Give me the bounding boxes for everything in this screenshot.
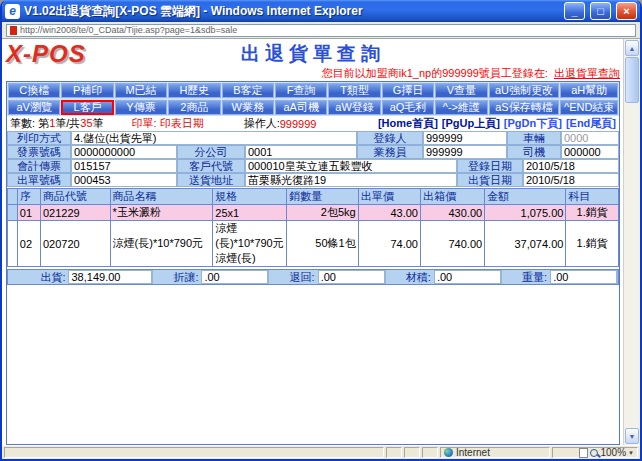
maximize-button[interactable]: □: [590, 2, 611, 20]
row-select-cell[interactable]: [8, 221, 18, 267]
magnifier-icon: [590, 449, 598, 457]
main-panel: C換檔 P補印 M已結 H歷史 B客定 F查詢 T類型 G擇日 V查量 aU強制…: [6, 81, 620, 445]
weight-label: 重量:: [502, 270, 550, 284]
window-title: V1.02出退貨查詢[X-POS 雲端網] - Windows Internet…: [24, 3, 559, 20]
nav-pgup[interactable]: [PgUp上頁]: [442, 116, 500, 131]
button-register[interactable]: aW登錄: [328, 100, 380, 115]
cell-qty: 2包5kg: [287, 205, 358, 221]
cell-name: *玉米澱粉: [110, 205, 213, 221]
button-check-qty[interactable]: V查量: [435, 83, 487, 98]
login-user-field[interactable]: 999999: [423, 131, 507, 145]
browser-window: e V1.02出退貨查詢[X-POS 雲端網] - Windows Intern…: [0, 0, 642, 461]
minimize-button[interactable]: _: [564, 2, 585, 20]
scroll-down-icon[interactable]: ▼: [625, 428, 639, 444]
zoom-control[interactable]: 100% ▼: [552, 447, 638, 458]
row-select-cell[interactable]: [8, 205, 18, 221]
security-zone: Internet: [440, 447, 550, 458]
table-row[interactable]: 02 020720 涼煙(長)*10*790元 涼煙(長)*10*790元涼煙(…: [8, 221, 619, 267]
button-change-file[interactable]: C換檔: [8, 83, 60, 98]
close-button[interactable]: ×: [616, 2, 637, 20]
button-history[interactable]: H歷史: [168, 83, 220, 98]
cell-amount: 37,074.00: [485, 221, 566, 267]
invoice-field[interactable]: 0000000000: [71, 145, 177, 159]
weight-value[interactable]: .00: [550, 270, 617, 284]
vehicle-field[interactable]: 0000: [561, 131, 619, 145]
customer-field[interactable]: 000010皇英立連五穀豐收: [245, 159, 457, 173]
form-row-invoice: 發票號碼 0000000000 分公司 0001 業務員 999999 司機 0…: [7, 145, 619, 159]
button-closed[interactable]: M已結: [115, 83, 167, 98]
scroll-up-icon[interactable]: ▲: [625, 40, 639, 56]
summary-shipment: 出貨: 38,149.00: [8, 270, 153, 284]
zone-label: Internet: [456, 447, 490, 458]
button-voucher[interactable]: Y傳票: [115, 100, 167, 115]
ship-date-field[interactable]: 2010/5/18: [523, 173, 619, 187]
button-pick-date[interactable]: G擇日: [382, 83, 434, 98]
form-row-voucher: 會計傳票 015157 客戶代號 000010皇英立連五穀豐收 登錄日期 201…: [7, 159, 619, 173]
button-customer-set[interactable]: B客定: [222, 83, 274, 98]
vertical-scrollbar[interactable]: ▲ ▼: [623, 39, 640, 445]
shipment-value[interactable]: 38,149.00: [68, 270, 152, 284]
record-count: 筆數: 第1筆/共35筆: [10, 116, 104, 131]
col-unit-price: 出單價: [358, 189, 420, 205]
shipment-label: 出貨:: [8, 270, 68, 284]
allowance-value[interactable]: .00: [201, 270, 268, 284]
button-margin[interactable]: aQ毛利: [382, 100, 434, 115]
login-notice: 您目前以加盟商ik1_np的999999號員工登錄在: 出退貨單查詢: [6, 67, 620, 80]
button-force-change[interactable]: aU強制更改: [489, 83, 560, 98]
print-method-field[interactable]: 4.儲位(出貨先單): [71, 131, 357, 145]
login-notice-text: 您目前以加盟商ik1_np的999999號員工登錄在:: [322, 67, 548, 79]
login-date-field[interactable]: 2010/5/18: [523, 159, 619, 173]
address-field[interactable]: 苗栗縣光復路19: [245, 173, 457, 187]
salesman-label: 業務員: [357, 145, 423, 159]
salesman-field[interactable]: 999999: [423, 145, 507, 159]
url-field[interactable]: http://win2008/te/0_CData/Tijie.asp?page…: [6, 24, 636, 37]
button-customer[interactable]: L客戶: [61, 100, 113, 115]
button-browse[interactable]: aV瀏覽: [8, 100, 60, 115]
login-notice-link[interactable]: 出退貨單查詢: [554, 67, 620, 79]
button-help[interactable]: aH幫助: [560, 83, 618, 98]
button-save-export[interactable]: aS保存轉檔: [489, 100, 560, 115]
cell-category: 1.銷貨: [566, 205, 619, 221]
nav-end[interactable]: [End尾頁]: [566, 116, 616, 131]
driver-field[interactable]: 000000: [561, 145, 619, 159]
order-no-field[interactable]: 000453: [71, 173, 177, 187]
cell-unit-price: 43.00: [358, 205, 420, 221]
branch-field[interactable]: 0001: [245, 145, 357, 159]
ie-logo-icon: e: [5, 4, 20, 19]
operator-value: 999999: [280, 118, 317, 130]
title-bar: e V1.02出退貨查詢[X-POS 雲端網] - Windows Intern…: [2, 0, 640, 22]
volume-value[interactable]: .00: [434, 270, 501, 284]
page-icon: [10, 26, 17, 35]
status-bar: Internet 100% ▼: [2, 445, 640, 459]
nav-pgdn[interactable]: [PgDn下頁]: [504, 116, 562, 131]
cell-case-price: 740.00: [420, 221, 484, 267]
record-count-prefix: 筆數: 第: [10, 117, 49, 129]
button-driver[interactable]: aA司機: [275, 100, 327, 115]
button-maintain[interactable]: ^->維護: [435, 100, 487, 115]
voucher-label: 會計傳票: [7, 159, 71, 173]
zoom-dropdown-icon[interactable]: ▼: [628, 450, 634, 456]
cell-amount: 1,075.00: [485, 205, 566, 221]
summary-allowance: 折讓: .00: [153, 270, 269, 284]
url-text: http://win2008/te/0_CData/Tijie.asp?page…: [20, 25, 237, 35]
scrollbar-thumb[interactable]: [625, 57, 639, 103]
nav-home[interactable]: [Home首頁]: [378, 116, 438, 131]
voucher-field[interactable]: 015157: [71, 159, 177, 173]
customer-label: 客戶代號: [177, 159, 245, 173]
button-end[interactable]: ^END結束: [560, 100, 618, 115]
summary-weight: 重量: .00: [502, 270, 618, 284]
zoom-level: 100%: [600, 447, 626, 458]
table-row[interactable]: 01 021229 *玉米澱粉 25x1 2包5kg 43.00 430.00 …: [8, 205, 619, 221]
browser-content: X-POS 出退貨單查詢 您目前以加盟商ik1_np的999999號員工登錄在:…: [2, 39, 640, 445]
scrollbar-track[interactable]: [624, 103, 640, 427]
button-query[interactable]: F查詢: [275, 83, 327, 98]
cell-spec: 25x1: [213, 205, 287, 221]
cell-case-price: 430.00: [420, 205, 484, 221]
button-product[interactable]: 2商品: [168, 100, 220, 115]
return-value[interactable]: .00: [318, 270, 385, 284]
col-name: 商品名稱: [110, 189, 213, 205]
button-business[interactable]: W業務: [222, 100, 274, 115]
col-seq: 序: [17, 189, 40, 205]
button-reprint[interactable]: P補印: [61, 83, 113, 98]
button-type[interactable]: T類型: [328, 83, 380, 98]
